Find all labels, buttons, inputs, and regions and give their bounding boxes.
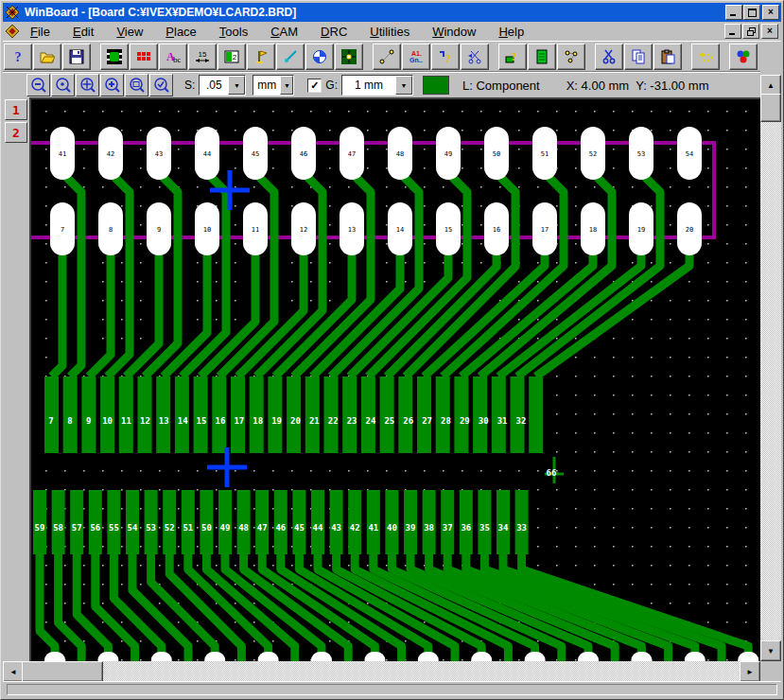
layer-1-button[interactable]: 1	[5, 99, 27, 120]
grid-select[interactable]: 1 mm ▼	[341, 75, 413, 96]
layer-2-button[interactable]: 2	[5, 122, 27, 143]
trace-bar[interactable]	[460, 490, 473, 554]
trace-bar[interactable]	[52, 490, 65, 554]
undo-button[interactable]	[691, 44, 720, 70]
trace-bar[interactable]	[194, 376, 208, 453]
trace-bar[interactable]	[441, 490, 454, 554]
crosshair-cursor[interactable]	[228, 170, 233, 210]
dimension-button[interactable]: 15	[188, 44, 217, 70]
trace-bar[interactable]	[163, 490, 176, 554]
trace-bar[interactable]	[292, 490, 305, 554]
vertical-scroll-thumb[interactable]	[760, 94, 781, 122]
draw-trace-button[interactable]	[276, 44, 305, 70]
board-setup-button[interactable]: 2	[218, 44, 246, 70]
trace-bar[interactable]	[255, 490, 269, 554]
crosshair-cursor[interactable]	[225, 447, 230, 487]
trace-bar[interactable]	[311, 490, 324, 554]
scroll-down-button[interactable]: ▼	[760, 640, 781, 661]
trace-bar[interactable]	[478, 490, 491, 554]
copy-button[interactable]	[624, 44, 653, 70]
vertical-scrollbar[interactable]: ▲ ▼	[760, 75, 781, 661]
trace-bar[interactable]	[138, 376, 152, 453]
cut-button[interactable]	[595, 44, 623, 70]
chevron-down-icon[interactable]: ▼	[280, 76, 293, 95]
report-button[interactable]	[528, 44, 556, 70]
trace-bar[interactable]	[200, 490, 213, 554]
menu-item-file[interactable]: File	[19, 23, 61, 41]
trace-bar[interactable]	[404, 490, 417, 554]
trace-bar[interactable]	[436, 376, 450, 453]
grid-checkbox[interactable]: ✓	[307, 79, 322, 93]
board-canvas[interactable]: 4174284394410451146124713481449155016511…	[29, 97, 764, 663]
trace-bar[interactable]	[89, 490, 102, 554]
trace-bar[interactable]	[330, 490, 343, 554]
open-file-button[interactable]	[33, 44, 61, 70]
zoom-in-button[interactable]	[100, 74, 124, 96]
close-button[interactable]: ×	[762, 5, 779, 20]
add-text-button[interactable]: A bc	[159, 44, 187, 70]
trace-bar[interactable]	[529, 376, 543, 453]
minimize-button[interactable]	[725, 5, 742, 20]
pcb-drawing[interactable]: 4174284394410451146124713481449155016511…	[31, 99, 764, 663]
query-route-button[interactable]: ?	[431, 44, 460, 70]
trace-bar[interactable]	[156, 376, 170, 453]
origin-button[interactable]	[335, 44, 363, 70]
trace-bar[interactable]	[473, 376, 487, 453]
trace-bar[interactable]	[515, 490, 529, 554]
menu-item-help[interactable]: Help	[487, 23, 535, 41]
child-restore-button[interactable]	[742, 24, 759, 39]
trace-bar[interactable]	[250, 376, 264, 453]
menu-item-tools[interactable]: Tools	[208, 23, 259, 41]
menu-item-drc[interactable]: DRC	[309, 23, 358, 41]
chevron-down-icon[interactable]: ▼	[228, 76, 245, 95]
trace-bar[interactable]	[107, 490, 120, 554]
scroll-left-button[interactable]: ◄	[3, 661, 24, 682]
trace-bar[interactable]	[100, 376, 114, 453]
trace-bar[interactable]	[175, 376, 189, 453]
trace-bar[interactable]	[492, 376, 506, 453]
trace-bar[interactable]	[274, 490, 287, 554]
zoom-window-button[interactable]	[125, 74, 148, 96]
zoom-fit-button[interactable]	[76, 74, 99, 96]
trace-bar[interactable]	[218, 490, 232, 554]
menu-item-cam[interactable]: CAM	[259, 23, 309, 41]
trace-bar[interactable]	[119, 376, 133, 453]
rename-button[interactable]: A1. Gn..	[402, 44, 430, 70]
paste-button[interactable]	[653, 44, 682, 70]
zoom-point-button[interactable]	[51, 74, 75, 96]
active-layer-swatch[interactable]	[423, 76, 449, 95]
scale-select[interactable]: .05 ▼	[199, 75, 246, 96]
trace-bar[interactable]	[511, 376, 525, 453]
colors-button[interactable]	[729, 44, 758, 70]
trace-bar[interactable]	[324, 376, 339, 453]
horizontal-scroll-thumb[interactable]	[22, 661, 103, 682]
horizontal-scrollbar[interactable]: ◄ ►	[3, 661, 760, 682]
save-file-button[interactable]	[62, 44, 91, 70]
trace-bar[interactable]	[44, 376, 59, 453]
trace-bar[interactable]	[367, 490, 380, 554]
trace-bar[interactable]	[81, 376, 96, 453]
part-query-button[interactable]: ?	[498, 44, 527, 70]
trace-bar[interactable]	[33, 490, 46, 554]
trace-bar[interactable]	[342, 376, 357, 453]
trace-bar[interactable]	[423, 490, 436, 554]
menu-item-utilities[interactable]: Utilities	[358, 23, 421, 41]
trace-bar[interactable]	[361, 376, 375, 453]
add-netline-button[interactable]	[373, 44, 401, 70]
trace-bar[interactable]	[268, 376, 282, 453]
trace-bar[interactable]	[182, 490, 195, 554]
trace-bar[interactable]	[145, 490, 158, 554]
trace-bar[interactable]	[380, 376, 394, 453]
trace-bar[interactable]	[497, 490, 510, 554]
trace-bar[interactable]	[70, 490, 83, 554]
trace-bar[interactable]	[63, 376, 78, 453]
menu-item-view[interactable]: View	[105, 23, 154, 41]
trace-bar[interactable]	[126, 490, 139, 554]
display-mode-button[interactable]	[305, 44, 334, 70]
trace-bar[interactable]	[231, 376, 245, 453]
copper-pour-button[interactable]	[130, 44, 158, 70]
chevron-down-icon[interactable]: ▼	[395, 76, 412, 95]
net-nodes-button[interactable]	[557, 44, 585, 70]
component-button[interactable]	[100, 44, 129, 70]
unit-select[interactable]: mm ▼	[253, 75, 294, 96]
